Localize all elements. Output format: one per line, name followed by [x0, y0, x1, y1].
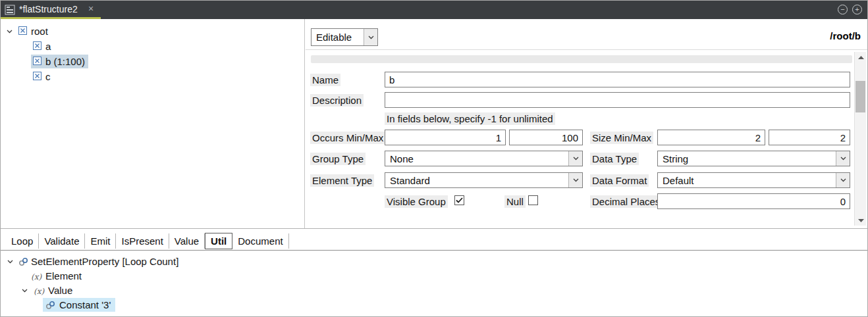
- tree-item-a[interactable]: a: [1, 39, 304, 54]
- tab-emit[interactable]: Emit: [85, 233, 116, 249]
- data-format-label: Data Format: [590, 174, 649, 187]
- tree-item-label: Constant '3': [59, 299, 111, 310]
- selected-tree-item[interactable]: b (1:100): [31, 55, 88, 68]
- element-icon: [33, 41, 41, 53]
- util-panel: Loop Validate Emit IsPresent Value Util …: [1, 228, 867, 317]
- scroll-up-button[interactable]: [855, 52, 867, 62]
- null-label: Null: [504, 195, 526, 208]
- maximize-button[interactable]: +: [852, 5, 862, 14]
- tree-item-element[interactable]: (x) Element: [1, 269, 867, 283]
- structure-tree-panel: root a b (1:100) c: [1, 19, 305, 228]
- selected-tree-item[interactable]: Constant '3': [43, 298, 115, 312]
- tree-item-setelementproperty[interactable]: SetElementProperty [Loop Count]: [1, 255, 867, 269]
- tree-item-label: SetElementProperty [Loop Count]: [31, 256, 178, 267]
- size-minmax-label: Size Min/Max: [590, 132, 653, 144]
- editor-tab[interactable]: *flatStructure2 ×: [1, 1, 101, 19]
- element-icon: [18, 26, 27, 37]
- mode-dropdown-label: Editable: [312, 32, 352, 43]
- tree-item-label: root: [31, 26, 48, 37]
- tree-item-label: a: [45, 41, 51, 52]
- tab-close-icon[interactable]: ×: [88, 1, 94, 17]
- tree-item-label: c: [45, 71, 51, 82]
- data-type-dropdown[interactable]: String: [657, 151, 850, 166]
- minimize-button[interactable]: −: [838, 5, 848, 14]
- tab-bar: *flatStructure2 × − +: [1, 1, 867, 19]
- tree-item-constant[interactable]: Constant '3': [1, 298, 867, 312]
- tab-util[interactable]: Util: [205, 233, 232, 249]
- data-format-dropdown[interactable]: Default: [657, 172, 850, 188]
- tab-value[interactable]: Value: [169, 233, 205, 249]
- scroll-down-button[interactable]: [855, 215, 867, 226]
- link-icon: [18, 257, 28, 266]
- tree-item-c[interactable]: c: [1, 70, 304, 84]
- description-label: Description: [310, 94, 364, 107]
- name-input[interactable]: [385, 72, 850, 87]
- expression-icon: (x): [31, 272, 41, 281]
- properties-header: [306, 19, 868, 50]
- tab-ispresent[interactable]: IsPresent: [116, 233, 169, 249]
- tab-title: *flatStructure2: [19, 1, 78, 18]
- tree-item-label: b (1:100): [45, 56, 85, 67]
- properties-panel: Editable /root/b Name Description In fie…: [306, 19, 868, 228]
- unlimited-hint: In fields below, specify -1 for unlimite…: [385, 112, 555, 125]
- element-type-dropdown[interactable]: Standard: [385, 172, 583, 188]
- tree-item-value[interactable]: (x) Value: [1, 283, 867, 298]
- data-type-value: String: [658, 153, 688, 164]
- tab-loop[interactable]: Loop: [6, 233, 39, 249]
- link-icon: [45, 301, 55, 310]
- chevron-down-icon: [568, 173, 582, 187]
- check-icon: [456, 197, 463, 203]
- bottom-tab-bar: Loop Validate Emit IsPresent Value Util …: [1, 232, 867, 251]
- data-format-value: Default: [658, 175, 694, 186]
- tab-validate[interactable]: Validate: [39, 233, 85, 249]
- occurs-max-input[interactable]: [509, 130, 583, 145]
- visible-group-label: Visible Group: [385, 195, 448, 208]
- chevron-down-icon[interactable]: [22, 289, 28, 293]
- chevron-down-icon: [836, 151, 850, 166]
- tab-document[interactable]: Document: [232, 233, 288, 249]
- size-max-input[interactable]: [769, 130, 850, 145]
- tree-item-label: Element: [45, 270, 82, 281]
- expression-icon: (x): [34, 287, 44, 296]
- form-header-strip: [311, 55, 852, 63]
- name-label: Name: [310, 74, 340, 86]
- window-controls: − +: [838, 5, 862, 14]
- vertical-scrollbar[interactable]: [854, 52, 866, 226]
- chevron-down-icon[interactable]: [7, 260, 13, 264]
- tree-item-label: Value: [48, 285, 72, 296]
- visible-group-checkbox[interactable]: [454, 195, 464, 205]
- null-checkbox[interactable]: [528, 195, 538, 205]
- description-input[interactable]: [385, 92, 850, 108]
- element-type-label: Element Type: [310, 174, 374, 187]
- size-min-input[interactable]: [657, 130, 765, 145]
- chevron-down-icon: [364, 29, 377, 45]
- tree-item-root[interactable]: root: [1, 24, 304, 39]
- element-path: /root/b: [830, 30, 861, 41]
- chevron-down-icon: [568, 151, 582, 166]
- occurs-min-input[interactable]: [385, 130, 506, 145]
- element-icon: [33, 71, 41, 83]
- chevron-down-icon: [836, 173, 850, 187]
- mode-dropdown[interactable]: Editable: [311, 28, 378, 46]
- element-icon: [33, 56, 41, 68]
- tree-item-b[interactable]: b (1:100): [1, 55, 304, 69]
- group-type-dropdown[interactable]: None: [385, 151, 583, 166]
- scrollbar-thumb[interactable]: [855, 81, 865, 112]
- decimal-places-label: Decimal Places: [590, 195, 662, 208]
- group-type-label: Group Type: [310, 153, 366, 165]
- flat-structure-icon: [5, 5, 15, 18]
- chevron-down-icon[interactable]: [7, 30, 13, 34]
- group-type-value: None: [385, 153, 414, 164]
- occurs-minmax-label: Occurs Min/Max: [310, 132, 385, 144]
- decimal-places-input[interactable]: [657, 193, 850, 209]
- element-type-value: Standard: [385, 175, 430, 186]
- data-type-label: Data Type: [590, 153, 639, 165]
- app-window: *flatStructure2 × − + root a: [0, 0, 868, 317]
